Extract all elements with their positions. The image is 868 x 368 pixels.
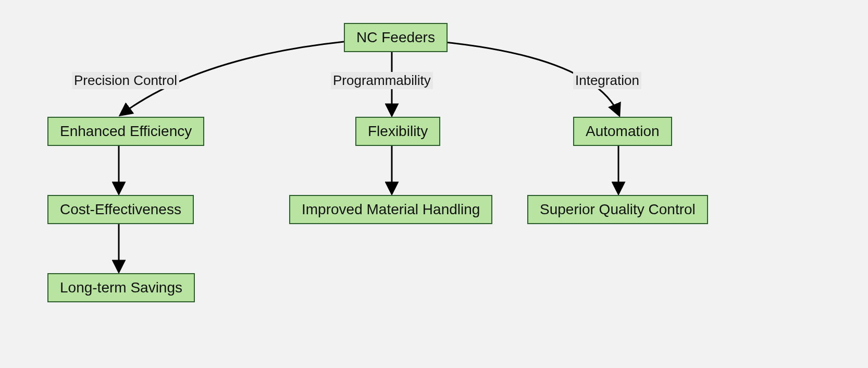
diagram-edges bbox=[0, 0, 868, 368]
node-improved-material-handling: Improved Material Handling bbox=[289, 195, 492, 224]
node-enhanced-efficiency: Enhanced Efficiency bbox=[47, 117, 204, 146]
node-long-term-savings: Long-term Savings bbox=[47, 273, 195, 302]
node-flexibility: Flexibility bbox=[355, 117, 440, 146]
node-superior-quality-control: Superior Quality Control bbox=[527, 195, 708, 224]
edge-label-precision: Precision Control bbox=[72, 72, 179, 89]
node-root: NC Feeders bbox=[344, 23, 448, 52]
edge-label-programmability: Programmability bbox=[331, 72, 433, 89]
node-cost-effectiveness: Cost-Effectiveness bbox=[47, 195, 194, 224]
node-automation: Automation bbox=[573, 117, 672, 146]
edge-label-integration: Integration bbox=[573, 72, 641, 89]
